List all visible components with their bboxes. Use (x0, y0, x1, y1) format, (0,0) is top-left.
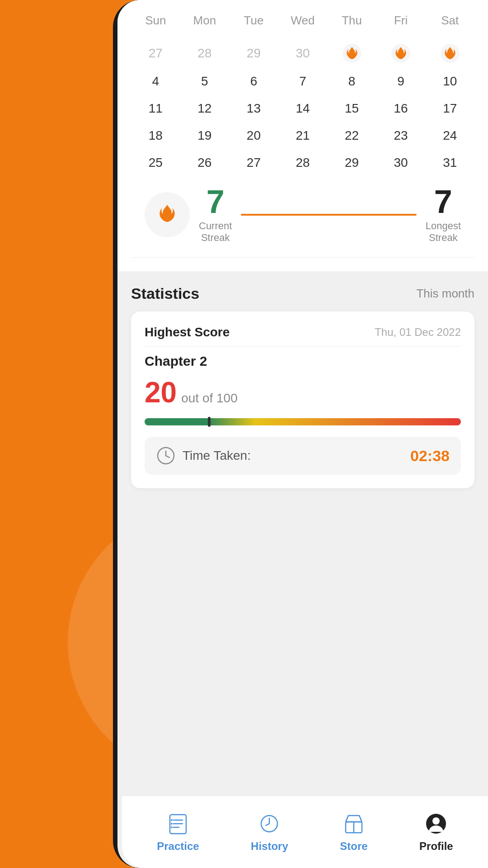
calendar-row-4: 18 19 20 21 22 23 24 (131, 122, 474, 149)
cal-22: 22 (327, 122, 376, 149)
stats-header: Statistics This month (131, 285, 474, 302)
card-divider (145, 346, 461, 347)
day-header-tue: Tue (229, 9, 278, 32)
cal-4: 4 (131, 68, 180, 95)
cal-17: 17 (425, 95, 474, 122)
cal-20: 20 (229, 122, 278, 149)
history-icon (258, 812, 281, 835)
score-out-of: out of 100 (181, 391, 238, 406)
cal-13: 13 (229, 95, 278, 122)
streak-divider-line (241, 214, 416, 216)
calendar-row-1: 27 28 29 30 (131, 39, 474, 68)
statistics-card: Highest Score Thu, 01 Dec 2022 Chapter 2… (131, 311, 474, 488)
streak-section: 7 CurrentStreak 7 LongestStreak (131, 176, 474, 258)
calendar-row-2: 4 5 6 7 8 9 10 (131, 68, 474, 95)
cal-7: 7 (278, 68, 328, 95)
cal-8: 8 (327, 68, 376, 95)
calendar-section: Sun Mon Tue Wed Thu Fri Sat 27 28 29 30 (117, 0, 488, 271)
day-header-fri: Fri (376, 9, 426, 32)
svg-point-9 (171, 823, 173, 825)
statistics-section: Statistics This month Highest Score Thu,… (117, 271, 488, 497)
cal-fire-sat (425, 39, 474, 68)
cal-cell-30-gray: 30 (278, 39, 328, 68)
cal-29: 29 (327, 149, 376, 176)
highest-score-label: Highest Score (145, 325, 230, 340)
cal-fire-thu (327, 39, 376, 68)
svg-point-10 (171, 826, 173, 828)
calendar-header: Sun Mon Tue Wed Thu Fri Sat (131, 9, 474, 32)
practice-icon (166, 812, 190, 835)
current-streak-label: CurrentStreak (199, 220, 232, 244)
phone-body: Sun Mon Tue Wed Thu Fri Sat 27 28 29 30 (113, 0, 488, 868)
cal-5: 5 (180, 68, 230, 95)
cal-21: 21 (278, 122, 328, 149)
day-header-wed: Wed (278, 9, 328, 32)
score-date: Thu, 01 Dec 2022 (375, 326, 461, 339)
longest-streak-value: 7 (426, 185, 461, 218)
cal-15: 15 (327, 95, 376, 122)
profile-label: Profile (419, 840, 453, 853)
streak-flame-icon (145, 192, 190, 237)
history-label: History (251, 840, 288, 853)
cal-6: 6 (229, 68, 278, 95)
cal-23: 23 (376, 122, 426, 149)
nav-item-profile[interactable]: Profile (419, 812, 453, 853)
chapter-label: Chapter 2 (145, 354, 461, 369)
current-streak-item: 7 CurrentStreak (199, 185, 232, 244)
svg-point-16 (432, 817, 440, 825)
profile-icon (424, 812, 448, 835)
store-label: Store (340, 840, 367, 853)
score-row: 20 out of 100 (145, 376, 461, 409)
calendar-row-5: 25 26 27 28 29 30 31 (131, 149, 474, 176)
cal-18: 18 (131, 122, 180, 149)
cal-10: 10 (425, 68, 474, 95)
calendar-row-3: 11 12 13 14 15 16 17 (131, 95, 474, 122)
score-value: 20 (145, 376, 177, 409)
stats-card-header: Highest Score Thu, 01 Dec 2022 (145, 325, 461, 340)
statistics-title: Statistics (131, 285, 199, 302)
cal-30: 30 (376, 149, 426, 176)
day-header-sun: Sun (131, 9, 180, 32)
day-header-mon: Mon (180, 9, 230, 32)
cal-24: 24 (425, 122, 474, 149)
time-value: 02:38 (410, 447, 450, 465)
cal-cell-29-gray: 29 (229, 39, 278, 68)
clock-icon (156, 446, 176, 466)
longest-streak-label: LongestStreak (426, 220, 461, 244)
svg-point-8 (171, 819, 173, 821)
nav-item-history[interactable]: History (251, 812, 288, 853)
time-taken-row: Time Taken: 02:38 (145, 437, 461, 475)
streak-connector: 7 CurrentStreak 7 LongestStreak (199, 185, 461, 244)
phone-frame: Sun Mon Tue Wed Thu Fri Sat 27 28 29 30 (113, 0, 488, 868)
cal-25: 25 (131, 149, 180, 176)
nav-item-store[interactable]: Store (340, 812, 367, 853)
cal-14: 14 (278, 95, 328, 122)
cal-31: 31 (425, 149, 474, 176)
day-header-sat: Sat (425, 9, 474, 32)
progress-indicator (208, 417, 211, 427)
time-label-group: Time Taken: (156, 446, 251, 466)
cal-19: 19 (180, 122, 230, 149)
time-taken-label: Time Taken: (183, 448, 251, 463)
cal-27: 27 (229, 149, 278, 176)
progress-bar-fill (145, 418, 461, 425)
bottom-navigation: Practice History (122, 796, 488, 868)
cal-28: 28 (278, 149, 328, 176)
cal-cell-28-gray: 28 (180, 39, 230, 68)
store-icon (342, 812, 366, 835)
practice-label: Practice (157, 840, 199, 853)
cal-9: 9 (376, 68, 426, 95)
phone-screen: Sun Mon Tue Wed Thu Fri Sat 27 28 29 30 (117, 0, 488, 868)
current-streak-value: 7 (199, 185, 232, 218)
cal-cell-27-gray: 27 (131, 39, 180, 68)
cal-26: 26 (180, 149, 230, 176)
nav-item-practice[interactable]: Practice (157, 812, 199, 853)
cal-12: 12 (180, 95, 230, 122)
score-progress-bar (145, 418, 461, 425)
longest-streak-item: 7 LongestStreak (426, 185, 461, 244)
cal-16: 16 (376, 95, 426, 122)
cal-11: 11 (131, 95, 180, 122)
statistics-period: This month (416, 287, 474, 301)
cal-fire-fri (376, 39, 426, 68)
day-header-thu: Thu (327, 9, 376, 32)
